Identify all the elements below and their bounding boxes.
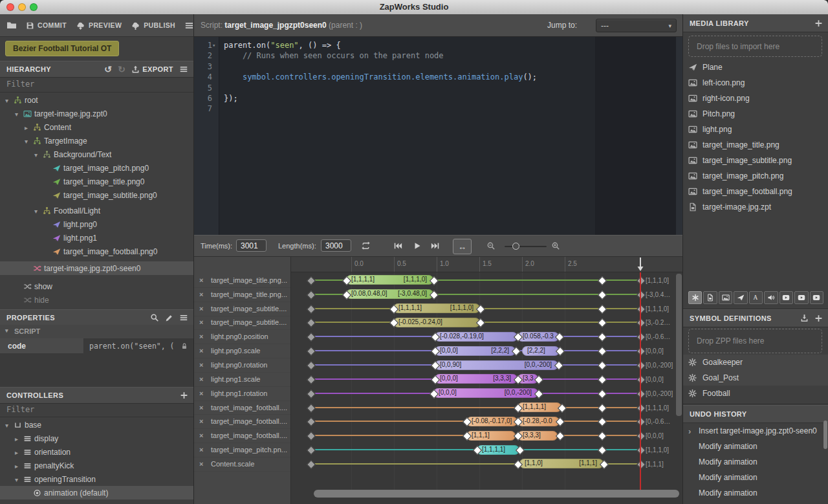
- jump-to-dropdown[interactable]: --- ▾: [596, 19, 677, 32]
- fit-timeline-button[interactable]: ↔: [453, 239, 472, 254]
- code-line-2[interactable]: 2 // Runs when seen occurs on the parent…: [194, 50, 682, 61]
- tree-item-target-image-subtitle-png0[interactable]: target_image_subtitle.png0: [0, 188, 193, 202]
- remove-track-icon[interactable]: ×: [199, 460, 203, 468]
- keyframe-diamond[interactable]: [597, 290, 606, 300]
- keyframe-diamond[interactable]: [597, 432, 606, 441]
- time-input[interactable]: [236, 239, 267, 252]
- preview-button[interactable]: PREVIEW: [76, 21, 122, 30]
- tree-item-light-png1[interactable]: light.png1: [0, 231, 193, 245]
- keyframe-segment[interactable]: [2,2,2]: [522, 346, 560, 356]
- media-filter-button-1[interactable]: [703, 291, 717, 304]
- remove-track-icon[interactable]: ×: [199, 276, 203, 284]
- keyframe-segment[interactable]: [-0.025,-0.24,0]: [393, 318, 480, 327]
- undo-item-1[interactable]: Modify animation: [683, 439, 828, 454]
- publish-button[interactable]: PUBLISH: [131, 21, 175, 30]
- remove-track-icon[interactable]: ×: [199, 446, 203, 454]
- code-property-value[interactable]: parent.on("seen", (: [84, 338, 193, 353]
- tree-item-openingtransition[interactable]: ▾openingTransition: [0, 472, 193, 486]
- keyframe-segment[interactable]: [1,1,1]: [466, 431, 516, 441]
- keyframe-diamond[interactable]: [597, 389, 606, 399]
- keyframe-segment[interactable]: [3,3,3]: [518, 431, 558, 441]
- export-button[interactable]: EXPORT: [131, 65, 173, 74]
- symbol-item-goalkeeper[interactable]: Goalkeeper: [683, 355, 828, 370]
- pencil-icon[interactable]: [165, 314, 173, 322]
- keyframe-diamond[interactable]: [306, 347, 315, 356]
- chevron-down-icon[interactable]: ▾: [34, 207, 38, 214]
- undo-history-scrollbar[interactable]: [823, 421, 827, 449]
- chevron-right-icon[interactable]: ▸: [15, 435, 18, 442]
- media-filter-button-2[interactable]: [719, 291, 732, 304]
- commit-button[interactable]: COMMIT: [26, 21, 67, 30]
- keyframe-segment[interactable]: [1,1,1,1]: [518, 402, 561, 412]
- keyframe-diamond[interactable]: [306, 417, 315, 426]
- chevron-down-icon[interactable]: ▾: [5, 96, 8, 104]
- project-name-badge[interactable]: Bezier Football Tutorial OT: [5, 41, 119, 56]
- code-line-6[interactable]: 6});: [194, 93, 682, 104]
- tree-item-target-image-pitch-png0[interactable]: target_image_pitch.png0: [0, 161, 193, 175]
- keyframe-segment[interactable]: [1,1,1,1][1,1,1,0]: [346, 275, 433, 285]
- keyframe-diamond[interactable]: [306, 460, 315, 469]
- tree-item-display[interactable]: ▸display: [0, 432, 193, 445]
- chevron-right-icon[interactable]: ▸: [15, 462, 18, 469]
- skip-to-end-icon[interactable]: [431, 241, 440, 250]
- media-dropzone[interactable]: Drop files to import here: [688, 36, 822, 57]
- zpp-dropzone[interactable]: Drop ZPP files here: [688, 329, 822, 353]
- properties-menu-icon[interactable]: [179, 313, 188, 322]
- keyframe-segment[interactable]: [-0.028,-0.19,0]: [435, 332, 518, 342]
- keyframe-segment[interactable]: [1,1,1,1]: [477, 445, 519, 455]
- media-item-plane[interactable]: Plane: [683, 60, 828, 75]
- keyframe-diamond[interactable]: [597, 276, 606, 285]
- keyframe-diamond[interactable]: [306, 305, 315, 314]
- remove-track-icon[interactable]: ×: [199, 404, 203, 411]
- media-item-target-image-title-png[interactable]: target_image_title.png: [683, 137, 828, 153]
- chevron-right-icon[interactable]: ▸: [15, 448, 18, 455]
- tree-item-target-image-jpg-zpt0-seen0[interactable]: target-image.jpg.zpt0-seen0: [0, 261, 193, 275]
- open-project-icon[interactable]: [6, 20, 17, 30]
- code-line-7[interactable]: 7: [194, 104, 682, 114]
- remove-track-icon[interactable]: ×: [199, 333, 203, 340]
- chevron-down-icon[interactable]: ▾: [15, 110, 18, 117]
- code-editor[interactable]: 1▾parent.on("seen", () => {2 // Runs whe…: [194, 37, 682, 235]
- chevron-down-icon[interactable]: ▾: [15, 476, 18, 483]
- code-line-3[interactable]: 3: [194, 61, 682, 72]
- undo-icon[interactable]: ↺: [104, 65, 112, 74]
- zoom-slider-knob[interactable]: [512, 243, 519, 250]
- keyframe-diamond[interactable]: [306, 432, 315, 441]
- keyframe-diamond[interactable]: [306, 333, 315, 342]
- keyframe-diamond[interactable]: [306, 389, 315, 399]
- media-filter-button-0[interactable]: [688, 291, 702, 304]
- keyframe-segment[interactable]: [0,0,0][3,3,3]: [435, 374, 518, 384]
- length-input[interactable]: [321, 239, 351, 252]
- tree-item-content[interactable]: ▸Content: [0, 120, 193, 134]
- keyframe-diamond[interactable]: [306, 290, 315, 300]
- import-symbol-icon[interactable]: [800, 314, 809, 323]
- symbol-item-football[interactable]: Football: [683, 386, 828, 401]
- keyframe-diamond[interactable]: [597, 375, 606, 384]
- keyframe-diamond[interactable]: [306, 403, 315, 412]
- timeline-vscrollbar-thumb[interactable]: [676, 274, 682, 416]
- tree-item-show[interactable]: show: [0, 279, 193, 293]
- media-item-left-icon-png[interactable]: left-icon.png: [683, 75, 828, 91]
- keyframe-diamond[interactable]: [306, 276, 315, 285]
- tree-item-target-image-title-png0[interactable]: target_image_title.png0: [0, 175, 193, 188]
- media-item-right-icon-png[interactable]: right-icon.png: [683, 91, 828, 106]
- undo-item-2[interactable]: Modify animation: [683, 454, 828, 470]
- tree-item-background-text[interactable]: ▾Background/Text: [0, 148, 193, 161]
- add-controller-icon[interactable]: [180, 391, 188, 400]
- menu-icon[interactable]: [184, 21, 194, 30]
- code-line-1[interactable]: 1▾parent.on("seen", () => {: [194, 40, 682, 50]
- keyframe-segment[interactable]: [-0.08,-0.17,0]: [466, 417, 518, 426]
- tree-item-root[interactable]: ▾root: [0, 93, 193, 107]
- tree-item-orientation[interactable]: ▸orientation: [0, 445, 193, 459]
- keyframe-segment[interactable]: [0,0,90][0,0,-200]: [435, 360, 558, 370]
- symbol-item-goal_post[interactable]: Goal_Post: [683, 370, 828, 386]
- chevron-right-icon[interactable]: ▸: [25, 124, 28, 131]
- media-item-target-image-jpg-zpt[interactable]: target-image.jpg.zpt: [683, 199, 828, 215]
- loop-icon[interactable]: [361, 241, 371, 251]
- media-item-light-png[interactable]: light.png: [683, 122, 828, 137]
- search-icon[interactable]: [150, 313, 159, 322]
- keyframe-diamond[interactable]: [306, 375, 315, 384]
- hierarchy-menu-icon[interactable]: [179, 65, 188, 74]
- keyframe-diamond[interactable]: [597, 347, 606, 356]
- media-item-target-image-subtitle-png[interactable]: target_image_subtitle.png: [683, 153, 828, 168]
